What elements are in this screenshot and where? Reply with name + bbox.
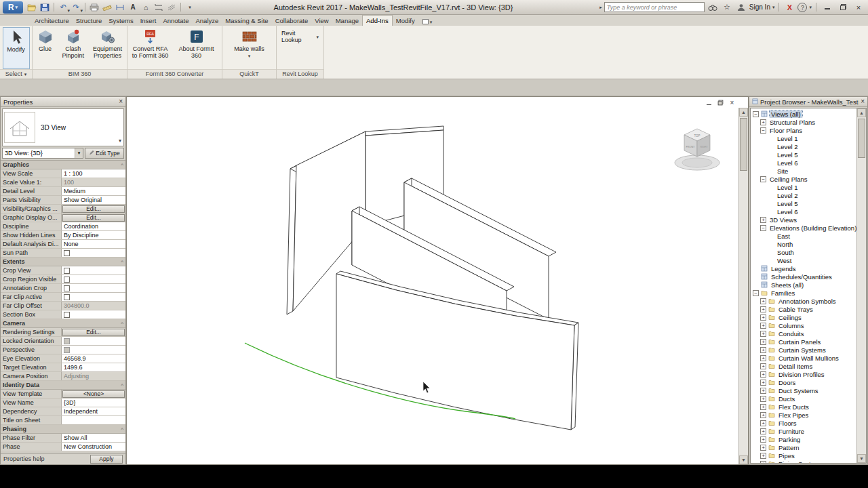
close-view-icon[interactable]: × xyxy=(728,98,736,106)
group-collapse-icon[interactable]: ^ xyxy=(121,321,123,327)
measure-button[interactable] xyxy=(101,2,113,13)
tree-item-parking[interactable]: +Parking xyxy=(751,435,856,443)
close-button[interactable]: × xyxy=(852,2,865,13)
expand-icon[interactable]: + xyxy=(760,323,766,329)
instance-selector[interactable]: 3D View: {3D} ▾ xyxy=(2,148,83,159)
expand-icon[interactable]: + xyxy=(760,412,766,418)
group-collapse-icon[interactable]: ^ xyxy=(121,259,123,265)
expand-icon[interactable]: + xyxy=(760,428,766,434)
help-search-input[interactable] xyxy=(604,2,705,12)
canvas-scrollbar-thumb[interactable] xyxy=(740,118,747,171)
tree-item-ducts[interactable]: +Ducts xyxy=(751,394,856,403)
expand-icon[interactable]: + xyxy=(760,445,766,451)
expand-icon[interactable]: + xyxy=(760,314,766,321)
tree-item-division-profiles[interactable]: +Division Profiles xyxy=(751,370,856,378)
property-value[interactable]: Coordination xyxy=(62,222,125,230)
browser-scroll-up-icon[interactable]: ▲ xyxy=(857,108,866,117)
expand-icon[interactable]: + xyxy=(760,371,766,378)
text-note-button[interactable]: A xyxy=(127,2,139,13)
tree-item-north[interactable]: North xyxy=(751,240,856,248)
tree-item-structural-plans[interactable]: +Structural Plans xyxy=(751,118,856,126)
property-value[interactable]: {3D} xyxy=(62,399,125,407)
help-arrow-icon[interactable]: ▾ xyxy=(809,5,812,9)
convert-rfa-to-formit-360-button[interactable]: RFAConvert RFA to FormIt 360 xyxy=(130,27,172,69)
tree-item-level-2[interactable]: Level 2 xyxy=(751,142,856,150)
tree-item-west[interactable]: West xyxy=(751,256,856,264)
property-value[interactable]: Independent xyxy=(62,407,125,415)
tab-annotate[interactable]: Annotate xyxy=(159,16,192,26)
project-browser-header[interactable]: Project Browser - MakeWalls_TestRevitFil… xyxy=(749,97,867,107)
expand-icon[interactable]: + xyxy=(760,420,766,426)
property-value[interactable]: New Construction xyxy=(62,443,125,451)
property-value[interactable]: None xyxy=(62,240,125,248)
tree-item-pattern[interactable]: +Pattern xyxy=(751,443,856,451)
tab-architecture[interactable]: Architecture xyxy=(31,16,73,26)
sign-in-avatar-icon[interactable] xyxy=(735,2,747,13)
tree-item-pipes[interactable]: +Pipes xyxy=(751,451,856,460)
tree-item-piping-systems[interactable]: +Piping Systems xyxy=(751,460,856,463)
tree-item-level-1[interactable]: Level 1 xyxy=(751,134,856,142)
property-value[interactable] xyxy=(62,416,125,424)
checkbox-crop-view[interactable] xyxy=(64,268,70,274)
expand-icon[interactable]: + xyxy=(760,298,766,304)
property-value[interactable] xyxy=(62,293,125,301)
tab-modify[interactable]: Modify xyxy=(393,16,418,26)
collapse-icon[interactable]: − xyxy=(753,290,759,296)
tree-item-site[interactable]: Site xyxy=(751,167,856,175)
close-project-browser-icon[interactable]: × xyxy=(861,98,865,105)
tab-structure[interactable]: Structure xyxy=(73,16,106,26)
expand-icon[interactable]: + xyxy=(760,380,766,386)
maximize-button[interactable] xyxy=(836,2,850,13)
property-value[interactable]: By Discipline xyxy=(62,231,125,239)
property-button-graphic-display-o[interactable]: Edit... xyxy=(62,214,125,222)
collapse-icon[interactable]: − xyxy=(760,127,766,134)
collapse-icon[interactable]: − xyxy=(753,111,759,117)
tree-item-curtain-wall-mullions[interactable]: +Curtain Wall Mullions xyxy=(751,354,856,362)
expand-icon[interactable]: + xyxy=(760,363,766,369)
drawing-area[interactable]: TOP FRONT RIGHT × ▲ ▼ xyxy=(126,96,749,465)
tree-item-doors[interactable]: +Doors xyxy=(751,378,856,386)
tree-item-families[interactable]: −Families xyxy=(751,289,856,297)
thin-lines-button[interactable] xyxy=(165,2,178,13)
tab-view[interactable]: View xyxy=(311,16,332,26)
tree-item-elevations-building-elevation[interactable]: −Elevations (Building Elevation) xyxy=(751,224,856,232)
tree-item-3d-views[interactable]: +3D Views xyxy=(751,216,856,224)
save-button[interactable] xyxy=(39,2,51,13)
expand-icon[interactable]: + xyxy=(760,461,766,464)
tab-manage[interactable]: Manage xyxy=(332,16,362,26)
expand-icon[interactable]: + xyxy=(760,306,766,312)
checkbox-far-clip-active[interactable] xyxy=(64,294,70,300)
properties-help-link[interactable]: Properties help xyxy=(3,455,45,462)
tree-item-flex-ducts[interactable]: +Flex Ducts xyxy=(751,403,856,411)
favorites-icon[interactable]: ☆ xyxy=(721,2,733,13)
expand-icon[interactable]: + xyxy=(760,347,766,353)
expand-icon[interactable]: + xyxy=(760,331,766,337)
tree-item-east[interactable]: East xyxy=(751,232,856,240)
property-group-graphics[interactable]: Graphics^ xyxy=(1,161,125,169)
browser-scrollbar-thumb[interactable] xyxy=(858,119,865,158)
property-group-camera[interactable]: Camera^ xyxy=(1,319,125,328)
aligned-dimension-button[interactable] xyxy=(114,2,126,13)
make-walls-button[interactable]: Make walls▾ xyxy=(233,27,267,69)
canvas-vertical-scrollbar[interactable]: ▲ ▼ xyxy=(738,108,748,464)
panel-label-bim-360[interactable]: BIM 360 xyxy=(33,69,127,79)
property-group-extents[interactable]: Extents^ xyxy=(1,258,125,266)
collapse-icon[interactable]: − xyxy=(760,176,766,182)
section-button[interactable] xyxy=(153,2,165,13)
checkbox-section-box[interactable] xyxy=(64,312,70,318)
property-value[interactable] xyxy=(62,310,125,319)
tree-item-detail-items[interactable]: +Detail Items xyxy=(751,362,856,370)
tree-item-flex-pipes[interactable]: +Flex Pipes xyxy=(751,411,856,419)
tree-item-floor-plans[interactable]: −Floor Plans xyxy=(751,126,856,134)
group-collapse-icon[interactable]: ^ xyxy=(121,426,123,432)
tab-insert[interactable]: Insert xyxy=(137,16,160,26)
exchange-apps-icon[interactable]: X xyxy=(783,2,795,13)
tree-item-ceiling-plans[interactable]: −Ceiling Plans xyxy=(751,175,856,183)
tree-item-sheets-all[interactable]: Sheets (all) xyxy=(751,281,856,289)
tree-item-level-5[interactable]: Level 5 xyxy=(751,150,856,159)
panel-label-formit-360-converter[interactable]: FormIt 360 Converter xyxy=(127,69,222,79)
tab-massing-site[interactable]: Massing & Site xyxy=(222,16,271,26)
tab-systems[interactable]: Systems xyxy=(105,16,136,26)
properties-header[interactable]: Properties × xyxy=(1,97,125,107)
redo-button[interactable]: ↷▾ xyxy=(70,2,82,13)
